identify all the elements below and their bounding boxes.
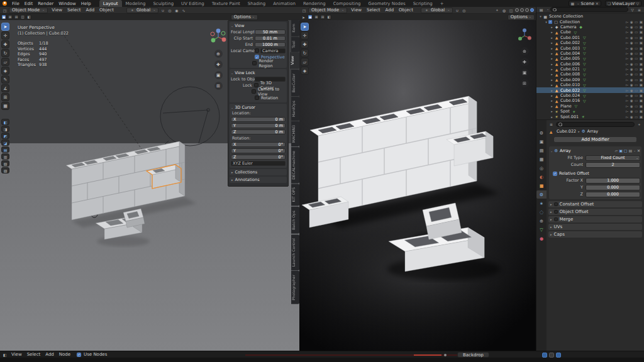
viewport-disable-icon[interactable]: ▭ bbox=[635, 72, 638, 76]
select-mode-subtract-icon[interactable]: ⊟ bbox=[320, 14, 325, 19]
proportional-falloff-icon[interactable]: ∿ bbox=[180, 8, 186, 13]
outliner-row[interactable]: ✓ Cube.003 ▻ ◉ ▭ ▣ bbox=[536, 45, 644, 50]
expand-caret-icon[interactable] bbox=[550, 78, 554, 82]
properties-tab[interactable]: ◎ bbox=[536, 164, 547, 172]
properties-tab[interactable]: ▽ bbox=[536, 226, 547, 234]
outliner-row[interactable]: ✓ Camera ▻ ◉ ▭ ▣ bbox=[536, 25, 644, 30]
outliner-row[interactable]: ✓ Cube.005 ▻ ◉ ▭ ▣ bbox=[536, 56, 644, 61]
shading-wireframe-icon[interactable] bbox=[515, 8, 519, 12]
app-menu-item[interactable]: Help bbox=[79, 1, 94, 6]
viewport-menu-item[interactable]: View bbox=[49, 8, 65, 13]
pan-hand-icon[interactable]: ✚ bbox=[521, 58, 529, 66]
selectable-toggle-icon[interactable]: ▻ bbox=[626, 109, 628, 113]
render-disable-icon[interactable]: ▣ bbox=[640, 36, 643, 40]
properties-tab[interactable]: ▦ bbox=[536, 155, 547, 163]
tool-button[interactable]: ✚ bbox=[301, 40, 309, 48]
outliner-row[interactable]: ✓ Cube.004 ▻ ◉ ▭ ▣ bbox=[536, 51, 644, 56]
blender-logo-icon[interactable] bbox=[3, 1, 7, 6]
app-menu-item[interactable]: Edit bbox=[22, 1, 36, 6]
viewport-disable-icon[interactable]: ▭ bbox=[635, 89, 638, 92]
edit-mode-toggle-icon[interactable]: ▣ bbox=[619, 148, 623, 153]
expand-caret-icon[interactable] bbox=[550, 62, 554, 66]
backdrop-button[interactable]: Backdrop bbox=[457, 352, 489, 358]
workspace-tab[interactable]: Animation bbox=[269, 0, 299, 7]
rotation-order-dropdown[interactable]: XYZ Euler bbox=[231, 161, 286, 166]
outliner-row[interactable]: ✓ Cube.001 ▻ ◉ ▭ ▣ bbox=[536, 35, 644, 40]
scene-selector[interactable]: ▦ Scene ✕ bbox=[569, 1, 601, 6]
select-mode-intersect-icon[interactable]: ◧ bbox=[326, 14, 331, 19]
modifier-subsection[interactable]: Object Offset bbox=[548, 209, 642, 215]
viewport-disable-icon[interactable]: ▭ bbox=[635, 25, 638, 29]
expand-caret-icon[interactable] bbox=[550, 104, 554, 108]
render-disable-icon[interactable]: ▣ bbox=[640, 78, 643, 82]
outliner-row[interactable]: ✓ Cube.022 ▻ ◉ ▭ ▣ bbox=[536, 87, 644, 92]
render-disable-icon[interactable]: ▣ bbox=[640, 62, 643, 66]
camera-to-view-checkbox[interactable] bbox=[252, 89, 256, 94]
use-nodes-checkbox[interactable]: ✓ bbox=[77, 353, 81, 357]
render-disable-icon[interactable]: ▣ bbox=[640, 115, 643, 119]
selectable-toggle-icon[interactable]: ▻ bbox=[626, 47, 628, 50]
hide-toggle-icon[interactable]: ◉ bbox=[630, 52, 633, 55]
tool-button[interactable]: ✛ bbox=[301, 31, 309, 40]
hide-toggle-icon[interactable]: ◉ bbox=[630, 62, 633, 66]
hide-toggle-icon[interactable]: ◉ bbox=[630, 83, 633, 87]
selectable-toggle-icon[interactable]: ▻ bbox=[626, 72, 628, 76]
workspace-tab[interactable]: Scripting bbox=[409, 0, 436, 7]
hide-toggle-icon[interactable]: ◉ bbox=[630, 41, 633, 45]
tool-button[interactable]: ⊞ bbox=[1, 93, 9, 101]
sidebar-tab[interactable]: DECALmachine bbox=[291, 147, 299, 184]
app-menu-item[interactable]: Render bbox=[35, 1, 56, 6]
properties-tab[interactable]: ● bbox=[536, 234, 547, 243]
expand-caret-icon[interactable] bbox=[550, 57, 554, 60]
axis-value-field[interactable]: Y0 m bbox=[231, 123, 286, 128]
show-gizmo-icon[interactable]: ⌖ bbox=[494, 8, 500, 13]
viewport-menu-item[interactable]: Add bbox=[383, 8, 397, 13]
select-mode-invert-icon[interactable]: ◫ bbox=[20, 14, 25, 19]
render-disable-icon[interactable]: ▣ bbox=[640, 99, 643, 102]
expand-caret-icon[interactable] bbox=[550, 94, 554, 97]
select-mode-extend-icon[interactable]: ⊞ bbox=[8, 14, 13, 19]
factor-value-field[interactable]: 0.000 bbox=[586, 192, 640, 197]
subsection-checkbox[interactable] bbox=[554, 202, 558, 206]
selectable-toggle-icon[interactable]: ▻ bbox=[626, 52, 628, 55]
workspace-tab[interactable]: + bbox=[436, 0, 448, 7]
selectable-toggle-icon[interactable]: ▻ bbox=[626, 89, 628, 92]
sidebar-tab[interactable]: Tool bbox=[291, 37, 299, 52]
expand-caret-icon[interactable] bbox=[550, 115, 554, 119]
outliner-search-input[interactable] bbox=[550, 7, 628, 12]
addon-tool-button[interactable]: ▨ bbox=[1, 167, 9, 173]
render-disable-icon[interactable]: ▣ bbox=[640, 30, 643, 34]
render-disable-icon[interactable]: ▣ bbox=[640, 52, 643, 55]
hide-toggle-icon[interactable]: ◉ bbox=[630, 94, 633, 97]
outliner-row[interactable]: ✓ Cube.002 ▻ ◉ ▭ ▣ bbox=[536, 40, 644, 45]
modifier-subsection[interactable]: Caps bbox=[548, 231, 642, 238]
sidebar-tab[interactable]: HardOps bbox=[291, 97, 299, 121]
mode-dropdown[interactable]: Object Mode bbox=[308, 8, 347, 13]
breadcrumb-object[interactable]: Cube.022 bbox=[557, 129, 576, 134]
selectable-toggle-icon[interactable]: ▻ bbox=[626, 83, 628, 87]
camera-view-icon[interactable]: ▣ bbox=[521, 69, 529, 77]
viewport-disable-icon[interactable]: ▭ bbox=[635, 109, 638, 113]
workspace-tab[interactable]: Compositing bbox=[330, 0, 365, 7]
properties-tab[interactable]: ▤ bbox=[536, 146, 547, 155]
viewport-disable-icon[interactable]: ▭ bbox=[635, 36, 638, 40]
collection-checkbox[interactable]: ✓ bbox=[548, 20, 552, 24]
addon-tool-button[interactable]: ◩ bbox=[1, 133, 9, 139]
workspace-tab[interactable]: Rendering bbox=[299, 0, 330, 7]
tool-button[interactable]: ◈ bbox=[1, 67, 9, 75]
snap-magnet-icon[interactable]: ∪ bbox=[454, 8, 460, 13]
snap-toggle-icon[interactable] bbox=[549, 353, 554, 358]
workspace-tab[interactable]: Geometry Nodes bbox=[365, 0, 409, 7]
modifier-subsection[interactable]: Constant Offset bbox=[548, 201, 642, 207]
tool-button[interactable]: ↻ bbox=[1, 49, 9, 57]
properties-tab[interactable]: ⊕ bbox=[536, 217, 547, 225]
viewport-menu-item[interactable]: Object bbox=[97, 8, 116, 13]
render-disable-icon[interactable]: ▣ bbox=[640, 109, 643, 113]
viewport-disable-icon[interactable]: ▭ bbox=[635, 30, 638, 34]
options-button[interactable]: Options bbox=[231, 14, 258, 20]
camera-object-field[interactable]: Camera bbox=[260, 48, 286, 53]
factor-value-field[interactable]: 0.000 bbox=[586, 185, 640, 190]
outliner-row[interactable]: ✓ Cube.009 ▻ ◉ ▭ ▣ bbox=[536, 77, 644, 82]
expand-caret-icon[interactable] bbox=[550, 83, 554, 87]
selectable-toggle-icon[interactable]: ▻ bbox=[626, 20, 628, 24]
